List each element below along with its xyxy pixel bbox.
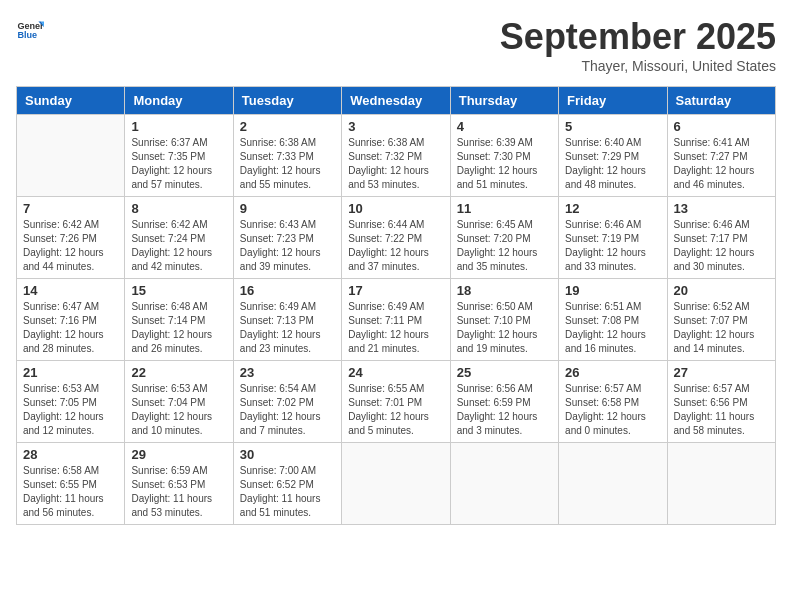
day-number: 15: [131, 283, 226, 298]
day-info: Sunrise: 6:54 AM Sunset: 7:02 PM Dayligh…: [240, 382, 335, 438]
day-info: Sunrise: 6:49 AM Sunset: 7:11 PM Dayligh…: [348, 300, 443, 356]
logo: General Blue: [16, 16, 44, 44]
day-number: 7: [23, 201, 118, 216]
day-info: Sunrise: 6:44 AM Sunset: 7:22 PM Dayligh…: [348, 218, 443, 274]
table-row: 5Sunrise: 6:40 AM Sunset: 7:29 PM Daylig…: [559, 115, 667, 197]
svg-text:Blue: Blue: [17, 30, 37, 40]
calendar-title: September 2025: [500, 16, 776, 58]
day-number: 16: [240, 283, 335, 298]
table-row: 28Sunrise: 6:58 AM Sunset: 6:55 PM Dayli…: [17, 443, 125, 525]
day-number: 25: [457, 365, 552, 380]
table-row: 18Sunrise: 6:50 AM Sunset: 7:10 PM Dayli…: [450, 279, 558, 361]
day-number: 12: [565, 201, 660, 216]
table-row: 12Sunrise: 6:46 AM Sunset: 7:19 PM Dayli…: [559, 197, 667, 279]
day-number: 21: [23, 365, 118, 380]
header-thursday: Thursday: [450, 87, 558, 115]
day-info: Sunrise: 6:57 AM Sunset: 6:58 PM Dayligh…: [565, 382, 660, 438]
table-row: 20Sunrise: 6:52 AM Sunset: 7:07 PM Dayli…: [667, 279, 775, 361]
table-row: 14Sunrise: 6:47 AM Sunset: 7:16 PM Dayli…: [17, 279, 125, 361]
table-row: 10Sunrise: 6:44 AM Sunset: 7:22 PM Dayli…: [342, 197, 450, 279]
day-info: Sunrise: 6:48 AM Sunset: 7:14 PM Dayligh…: [131, 300, 226, 356]
day-number: 26: [565, 365, 660, 380]
header-sunday: Sunday: [17, 87, 125, 115]
day-info: Sunrise: 6:49 AM Sunset: 7:13 PM Dayligh…: [240, 300, 335, 356]
day-number: 17: [348, 283, 443, 298]
day-info: Sunrise: 6:43 AM Sunset: 7:23 PM Dayligh…: [240, 218, 335, 274]
day-info: Sunrise: 6:46 AM Sunset: 7:17 PM Dayligh…: [674, 218, 769, 274]
day-info: Sunrise: 6:59 AM Sunset: 6:53 PM Dayligh…: [131, 464, 226, 520]
day-info: Sunrise: 6:53 AM Sunset: 7:05 PM Dayligh…: [23, 382, 118, 438]
table-row: 9Sunrise: 6:43 AM Sunset: 7:23 PM Daylig…: [233, 197, 341, 279]
table-row: 24Sunrise: 6:55 AM Sunset: 7:01 PM Dayli…: [342, 361, 450, 443]
table-row: 19Sunrise: 6:51 AM Sunset: 7:08 PM Dayli…: [559, 279, 667, 361]
table-row: 23Sunrise: 6:54 AM Sunset: 7:02 PM Dayli…: [233, 361, 341, 443]
table-row: [667, 443, 775, 525]
table-row: 30Sunrise: 7:00 AM Sunset: 6:52 PM Dayli…: [233, 443, 341, 525]
day-info: Sunrise: 6:51 AM Sunset: 7:08 PM Dayligh…: [565, 300, 660, 356]
logo-icon: General Blue: [16, 16, 44, 44]
day-info: Sunrise: 6:47 AM Sunset: 7:16 PM Dayligh…: [23, 300, 118, 356]
table-row: 17Sunrise: 6:49 AM Sunset: 7:11 PM Dayli…: [342, 279, 450, 361]
day-info: Sunrise: 6:41 AM Sunset: 7:27 PM Dayligh…: [674, 136, 769, 192]
day-number: 18: [457, 283, 552, 298]
header-wednesday: Wednesday: [342, 87, 450, 115]
day-info: Sunrise: 6:39 AM Sunset: 7:30 PM Dayligh…: [457, 136, 552, 192]
calendar-header-row: Sunday Monday Tuesday Wednesday Thursday…: [17, 87, 776, 115]
calendar-subtitle: Thayer, Missouri, United States: [500, 58, 776, 74]
table-row: 4Sunrise: 6:39 AM Sunset: 7:30 PM Daylig…: [450, 115, 558, 197]
table-row: 8Sunrise: 6:42 AM Sunset: 7:24 PM Daylig…: [125, 197, 233, 279]
day-number: 6: [674, 119, 769, 134]
header-friday: Friday: [559, 87, 667, 115]
day-number: 14: [23, 283, 118, 298]
table-row: 21Sunrise: 6:53 AM Sunset: 7:05 PM Dayli…: [17, 361, 125, 443]
day-number: 8: [131, 201, 226, 216]
table-row: 11Sunrise: 6:45 AM Sunset: 7:20 PM Dayli…: [450, 197, 558, 279]
day-info: Sunrise: 6:46 AM Sunset: 7:19 PM Dayligh…: [565, 218, 660, 274]
day-number: 23: [240, 365, 335, 380]
table-row: [450, 443, 558, 525]
table-row: 3Sunrise: 6:38 AM Sunset: 7:32 PM Daylig…: [342, 115, 450, 197]
day-number: 3: [348, 119, 443, 134]
calendar-week-row: 28Sunrise: 6:58 AM Sunset: 6:55 PM Dayli…: [17, 443, 776, 525]
table-row: 25Sunrise: 6:56 AM Sunset: 6:59 PM Dayli…: [450, 361, 558, 443]
table-row: 16Sunrise: 6:49 AM Sunset: 7:13 PM Dayli…: [233, 279, 341, 361]
day-number: 28: [23, 447, 118, 462]
day-number: 22: [131, 365, 226, 380]
table-row: 2Sunrise: 6:38 AM Sunset: 7:33 PM Daylig…: [233, 115, 341, 197]
table-row: [342, 443, 450, 525]
table-row: 27Sunrise: 6:57 AM Sunset: 6:56 PM Dayli…: [667, 361, 775, 443]
day-number: 19: [565, 283, 660, 298]
day-info: Sunrise: 6:53 AM Sunset: 7:04 PM Dayligh…: [131, 382, 226, 438]
day-info: Sunrise: 6:38 AM Sunset: 7:33 PM Dayligh…: [240, 136, 335, 192]
day-info: Sunrise: 6:42 AM Sunset: 7:24 PM Dayligh…: [131, 218, 226, 274]
title-block: September 2025 Thayer, Missouri, United …: [500, 16, 776, 74]
page-header: General Blue September 2025 Thayer, Miss…: [16, 16, 776, 74]
day-number: 2: [240, 119, 335, 134]
day-number: 29: [131, 447, 226, 462]
calendar-table: Sunday Monday Tuesday Wednesday Thursday…: [16, 86, 776, 525]
header-monday: Monday: [125, 87, 233, 115]
day-number: 13: [674, 201, 769, 216]
day-number: 10: [348, 201, 443, 216]
table-row: [559, 443, 667, 525]
table-row: 29Sunrise: 6:59 AM Sunset: 6:53 PM Dayli…: [125, 443, 233, 525]
day-number: 5: [565, 119, 660, 134]
calendar-week-row: 21Sunrise: 6:53 AM Sunset: 7:05 PM Dayli…: [17, 361, 776, 443]
day-info: Sunrise: 6:55 AM Sunset: 7:01 PM Dayligh…: [348, 382, 443, 438]
day-number: 20: [674, 283, 769, 298]
day-info: Sunrise: 6:38 AM Sunset: 7:32 PM Dayligh…: [348, 136, 443, 192]
table-row: 15Sunrise: 6:48 AM Sunset: 7:14 PM Dayli…: [125, 279, 233, 361]
header-saturday: Saturday: [667, 87, 775, 115]
day-info: Sunrise: 6:42 AM Sunset: 7:26 PM Dayligh…: [23, 218, 118, 274]
day-info: Sunrise: 6:40 AM Sunset: 7:29 PM Dayligh…: [565, 136, 660, 192]
calendar-week-row: 14Sunrise: 6:47 AM Sunset: 7:16 PM Dayli…: [17, 279, 776, 361]
day-number: 11: [457, 201, 552, 216]
day-info: Sunrise: 6:58 AM Sunset: 6:55 PM Dayligh…: [23, 464, 118, 520]
day-number: 9: [240, 201, 335, 216]
calendar-week-row: 1Sunrise: 6:37 AM Sunset: 7:35 PM Daylig…: [17, 115, 776, 197]
day-info: Sunrise: 6:45 AM Sunset: 7:20 PM Dayligh…: [457, 218, 552, 274]
calendar-week-row: 7Sunrise: 6:42 AM Sunset: 7:26 PM Daylig…: [17, 197, 776, 279]
table-row: 6Sunrise: 6:41 AM Sunset: 7:27 PM Daylig…: [667, 115, 775, 197]
day-number: 1: [131, 119, 226, 134]
table-row: 13Sunrise: 6:46 AM Sunset: 7:17 PM Dayli…: [667, 197, 775, 279]
